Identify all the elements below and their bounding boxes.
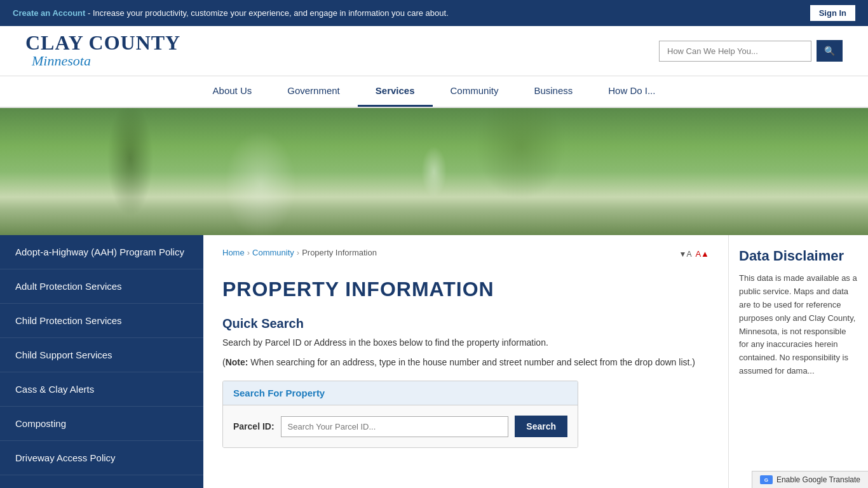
sidebar-item-composting[interactable]: Composting: [0, 407, 203, 441]
sidebar-item-election-calendar[interactable]: Election Calendar: [0, 475, 203, 488]
breadcrumb-sep-2: ›: [297, 248, 299, 257]
nav-item-how-do-i[interactable]: How Do I...: [590, 76, 673, 107]
banner-description: - Increase your productivity, customize …: [85, 8, 448, 18]
parcel-input[interactable]: [281, 416, 509, 437]
sidebar-item-cass-clay-alerts[interactable]: Cass & Clay Alerts: [0, 372, 203, 407]
note-label: Note:: [226, 357, 248, 367]
breadcrumb-current: Property Information: [302, 248, 377, 257]
search-button[interactable]: 🔍: [817, 40, 843, 62]
breadcrumb-community[interactable]: Community: [252, 248, 294, 257]
sidebar-item-adult-protection[interactable]: Adult Protection Services: [0, 269, 203, 304]
sidebar-item-adopt-highway[interactable]: Adopt-a-Highway (AAH) Program Policy: [0, 235, 203, 269]
nav-item-about-us[interactable]: About Us: [195, 76, 270, 107]
breadcrumb: Home › Community › Property Information: [222, 248, 377, 257]
google-translate-bar[interactable]: G Enable Google Translate: [752, 471, 868, 488]
quick-search-description: Search by Parcel ID or Address in the bo…: [222, 336, 709, 349]
breadcrumb-home[interactable]: Home: [222, 248, 245, 257]
parcel-label: Parcel ID:: [233, 421, 275, 431]
sign-in-button[interactable]: Sign In: [810, 5, 855, 21]
google-translate-icon: G: [760, 475, 773, 484]
parcel-search-button[interactable]: Search: [515, 416, 567, 437]
font-increase[interactable]: A▲: [695, 249, 709, 259]
parcel-row: Parcel ID: Search: [233, 416, 567, 437]
note-text: When searching for an address, type in t…: [248, 357, 695, 367]
right-panel: Data Disclaimer This data is made availa…: [728, 235, 868, 488]
logo-subtitle: Minnesota: [32, 53, 91, 69]
content-wrapper: Adopt-a-Highway (AAH) Program Policy Adu…: [0, 235, 868, 488]
property-search-header: Search For Property: [223, 381, 578, 405]
nav-item-community[interactable]: Community: [433, 76, 517, 107]
disclaimer-text: This data is made available as a public …: [739, 272, 858, 377]
hero-overlay: [0, 108, 868, 235]
search-input[interactable]: [659, 41, 811, 62]
banner-text: Create an Account - Increase your produc…: [13, 8, 449, 18]
property-search-body: Parcel ID: Search: [223, 405, 578, 447]
nav-item-government[interactable]: Government: [269, 76, 358, 107]
top-banner: Create an Account - Increase your produc…: [0, 0, 868, 26]
main-content: Home › Community › Property Information …: [203, 235, 728, 488]
font-decrease[interactable]: ▼A: [679, 250, 692, 259]
page-title: PROPERTY INFORMATION: [222, 278, 709, 301]
quick-search-title: Quick Search: [222, 316, 709, 331]
header-search: 🔍: [659, 40, 843, 62]
font-controls: ▼A A▲: [679, 249, 709, 259]
breadcrumb-sep-1: ›: [247, 248, 250, 257]
sidebar-item-child-protection[interactable]: Child Protection Services: [0, 304, 203, 338]
property-search-box: Search For Property Parcel ID: Search: [222, 381, 578, 448]
quick-search-note: (Note: When searching for an address, ty…: [222, 356, 709, 369]
nav-item-business[interactable]: Business: [516, 76, 590, 107]
sidebar: Adopt-a-Highway (AAH) Program Policy Adu…: [0, 235, 203, 488]
hero-image: [0, 108, 868, 235]
nav-item-services[interactable]: Services: [358, 76, 433, 107]
create-account-link[interactable]: Create an Account: [13, 8, 85, 18]
logo[interactable]: Clay County Minnesota: [25, 32, 180, 69]
sidebar-item-child-support[interactable]: Child Support Services: [0, 338, 203, 372]
logo-title: Clay County: [25, 31, 180, 54]
main-navigation: About Us Government Services Community B…: [0, 76, 868, 108]
disclaimer-title: Data Disclaimer: [739, 248, 858, 264]
google-translate-label: Enable Google Translate: [776, 475, 860, 484]
sidebar-item-driveway-access[interactable]: Driveway Access Policy: [0, 441, 203, 475]
site-header: Clay County Minnesota 🔍: [0, 26, 868, 76]
